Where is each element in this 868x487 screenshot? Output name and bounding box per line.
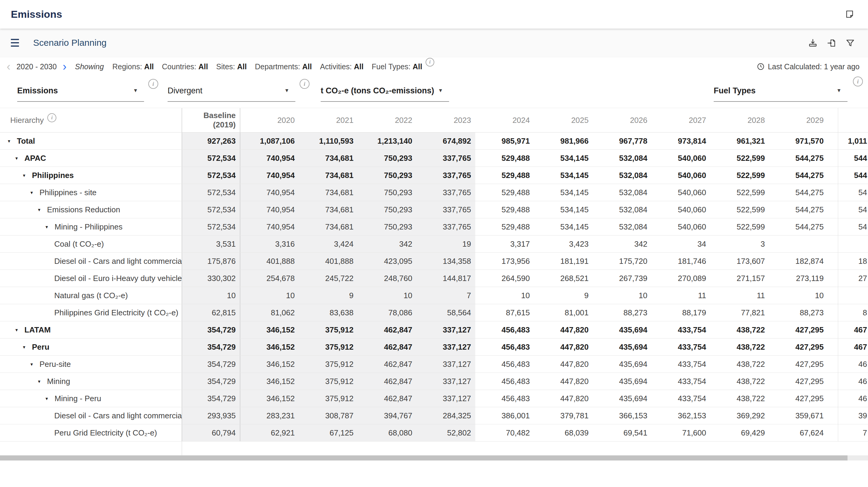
period-range[interactable]: 2020 - 2030 <box>17 62 57 71</box>
row-label-cell: Coal (t CO₂-e) <box>0 235 182 252</box>
breakdown-select[interactable]: Fuel Types ▼ <box>714 80 847 102</box>
value-cell: 427,295 <box>769 373 828 390</box>
table-row[interactable]: ▾Peru-site354,729346,152375,912462,84733… <box>0 356 868 373</box>
table-row[interactable]: Diesel oil - Cars and light commercial v… <box>0 253 868 270</box>
breakdown-info-icon[interactable]: i <box>853 76 863 87</box>
table-row[interactable]: ▾Philippines572,534740,954734,681750,293… <box>0 167 868 184</box>
collapse-arrow-icon[interactable]: ▾ <box>30 361 39 367</box>
horizontal-scrollbar <box>0 455 868 460</box>
value-cell: 337,765 <box>416 201 475 218</box>
col-header: 2023 <box>416 116 475 125</box>
value-cell: 985,971 <box>475 132 534 150</box>
table-row[interactable]: ▾Total927,2631,087,1061,110,5931,213,140… <box>0 132 868 150</box>
table-row[interactable]: ▾Philippines - site572,534740,954734,681… <box>0 184 868 201</box>
row-label: APAC <box>24 154 46 163</box>
hierarchy-info-icon[interactable]: i <box>47 113 56 122</box>
value-cell: 1,110,593 <box>299 132 358 150</box>
value-cell: 532,084 <box>593 150 652 167</box>
prev-period-icon[interactable]: ‹ <box>5 61 12 72</box>
hamburger-menu-icon[interactable] <box>11 37 19 49</box>
value-cell: 927,263 <box>182 132 240 150</box>
metric-info-icon[interactable]: i <box>148 79 158 89</box>
value-cell: 67,624 <box>769 424 828 441</box>
value-cell: 10 <box>769 287 828 304</box>
value-cell: 522,599 <box>710 201 769 218</box>
table-row[interactable]: Coal (t CO₂-e)3,5313,3163,424342193,3173… <box>0 235 868 253</box>
collapse-arrow-icon[interactable]: ▾ <box>30 190 39 195</box>
value-cell: 337,765 <box>416 184 475 201</box>
value-cell: 81,001 <box>534 304 593 321</box>
horizontal-scrollbar-thumb[interactable] <box>0 455 847 460</box>
metric-select[interactable]: Emissions ▼ <box>17 80 144 102</box>
value-cell: 134,358 <box>416 253 475 269</box>
value-cell: 71,600 <box>652 424 710 441</box>
table-row[interactable]: Diesel oil - Euro i-Heavy duty vehicles … <box>0 270 868 287</box>
row-label-cell: Diesel oil - Euro i-Heavy duty vehicles … <box>0 270 182 287</box>
collapse-arrow-icon[interactable]: ▾ <box>45 224 55 230</box>
value-cell: 532,084 <box>593 201 652 218</box>
collapse-arrow-icon[interactable]: ▾ <box>45 396 55 401</box>
table-row[interactable]: ▾Peru354,729346,152375,912462,847337,127… <box>0 338 868 356</box>
table-row[interactable]: ▾Mining354,729346,152375,912462,847337,1… <box>0 373 868 390</box>
filter-chip-countries: Countries:All <box>162 62 208 71</box>
value-cell: 60,794 <box>182 424 240 441</box>
hierarchy-border-stub <box>182 442 182 455</box>
filter-chip-fuel-types: Fuel Types:All <box>372 62 422 71</box>
value-cell: 750,293 <box>358 201 416 218</box>
collapse-arrow-icon[interactable]: ▾ <box>23 344 32 350</box>
table-row[interactable]: Diesel oil - Cars and light commercial v… <box>0 407 868 424</box>
value-cell: 467 <box>828 321 868 338</box>
collapse-arrow-icon[interactable]: ▾ <box>16 155 24 161</box>
table-row[interactable]: Philippines Grid Electricity (t CO₂-e)62… <box>0 304 868 321</box>
download-button[interactable] <box>808 38 818 48</box>
value-cell: 447,820 <box>534 338 593 355</box>
row-label-cell: Diesel oil - Cars and light commercial v… <box>0 253 182 269</box>
collapse-arrow-icon[interactable]: ▾ <box>23 172 32 178</box>
value-cell: 173,607 <box>710 253 769 269</box>
table-row[interactable]: ▾Mining - Philippines572,534740,954734,6… <box>0 218 868 235</box>
value-cell: 375,912 <box>299 321 358 338</box>
value-cell: 362,153 <box>652 407 710 424</box>
value-cell: 11 <box>710 287 769 304</box>
note-icon[interactable] <box>844 9 855 19</box>
chevron-down-icon: ▼ <box>133 88 138 94</box>
unit-select[interactable]: t CO₂-e (tons CO₂-emissions) ▼ <box>321 80 449 102</box>
filter-button[interactable] <box>845 38 855 48</box>
value-cell: 10 <box>358 287 416 304</box>
next-period-icon[interactable]: › <box>61 61 68 72</box>
row-label-cell: ▾Peru-site <box>0 356 182 372</box>
table-row[interactable]: ▾APAC572,534740,954734,681750,293337,765… <box>0 150 868 167</box>
value-cell: 534,145 <box>534 218 593 235</box>
value-cell: 354,729 <box>182 356 240 372</box>
value-cell: 438,722 <box>710 356 769 372</box>
table-row[interactable]: Natural gas (t CO₂-e)1010910710910111110 <box>0 287 868 304</box>
value-cell: 447,820 <box>534 321 593 338</box>
table-row[interactable]: ▾Emissions Reduction572,534740,954734,68… <box>0 201 868 218</box>
value-cell: 354,729 <box>182 338 240 355</box>
value-cell: 273,119 <box>769 270 828 287</box>
table-row[interactable]: ▾Mining - Peru354,729346,152375,912462,8… <box>0 390 868 407</box>
row-label: Mining - Peru <box>55 394 101 403</box>
table-row[interactable]: ▾LATAM354,729346,152375,912462,847337,12… <box>0 321 868 338</box>
last-calculated-text: Last Calculated: 1 year ago <box>768 62 860 71</box>
value-cell: 248,760 <box>358 270 416 287</box>
collapse-arrow-icon[interactable]: ▾ <box>8 138 17 144</box>
collapse-arrow-icon[interactable]: ▾ <box>16 327 24 333</box>
collapse-arrow-icon[interactable]: ▾ <box>38 207 47 213</box>
row-label: Diesel oil - Cars and light commercial v… <box>54 411 182 420</box>
export-button[interactable] <box>827 38 837 48</box>
view-info-icon[interactable]: i <box>300 79 310 89</box>
value-cell: 7 <box>416 287 475 304</box>
view-select[interactable]: Divergent ▼ <box>167 80 296 102</box>
value-cell: 447,820 <box>534 373 593 390</box>
value-cell: 70,482 <box>475 424 534 441</box>
value-cell: 77,821 <box>710 304 769 321</box>
collapse-arrow-icon[interactable]: ▾ <box>38 379 47 384</box>
value-cell: 740,954 <box>240 167 299 184</box>
filters-info-icon[interactable]: i <box>426 58 434 67</box>
value-cell: 435,694 <box>593 356 652 372</box>
table-row[interactable]: Peru Grid Electricity (t CO₂-e)60,79462,… <box>0 424 868 442</box>
value-cell: 750,293 <box>358 150 416 167</box>
row-label-cell: ▾LATAM <box>0 321 182 338</box>
row-label: Peru Grid Electricity (t CO₂-e) <box>54 428 157 437</box>
